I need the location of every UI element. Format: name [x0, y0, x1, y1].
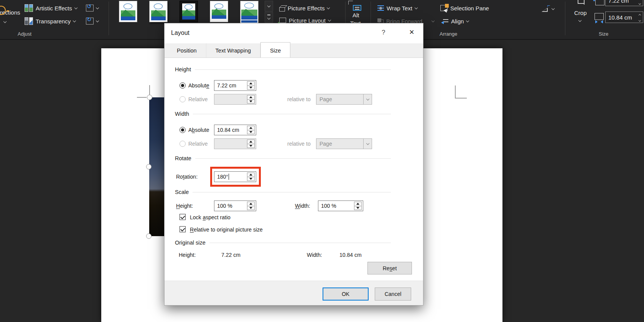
- reset-picture-size-button[interactable]: ↻: [86, 16, 99, 26]
- corrections-chevron-icon: [3, 20, 7, 23]
- align-icon: [442, 18, 448, 24]
- selection-pane-icon: [440, 5, 448, 11]
- picture-style-thumbnail-4[interactable]: [210, 1, 228, 22]
- original-size-row: Height: 7.22 cm Width: 10.84 cm: [165, 251, 423, 259]
- lock-aspect-label: Lock aspect ratio: [190, 214, 231, 220]
- close-button[interactable]: ×: [409, 27, 414, 37]
- artistic-effects-icon: [25, 4, 33, 12]
- scale-height-input[interactable]: 100 %: [214, 200, 256, 211]
- rotate-objects-button[interactable]: ⌐: [542, 4, 554, 14]
- picture-layout-label: Picture Layout: [289, 17, 326, 24]
- width-relative-input: [214, 138, 256, 149]
- ok-button[interactable]: OK: [323, 288, 369, 301]
- word-window: rections Artistic Effects Transparency ↺…: [0, 0, 644, 322]
- crop-button[interactable]: Crop: [571, 0, 591, 31]
- shape-height-input[interactable]: 7.22 cm: [605, 0, 643, 6]
- width-absolute-radio[interactable]: [180, 127, 186, 133]
- selection-pane-label: Selection Pane: [450, 5, 489, 12]
- chevron-down-icon: [552, 7, 555, 10]
- tab-text-wrapping[interactable]: Text Wrapping: [206, 43, 260, 58]
- spinner[interactable]: [354, 202, 362, 210]
- relative-original-row: Relative to original picture size: [165, 226, 423, 233]
- adjust-group-label: Adjust: [18, 31, 31, 37]
- chevron-down-icon: [96, 19, 99, 22]
- gallery-scroll-up-button[interactable]: [265, 1, 273, 12]
- shape-width-icon: [595, 13, 604, 20]
- crop-label: Crop: [574, 10, 587, 16]
- height-relative-label: Relative: [188, 96, 208, 102]
- width-section-header: Width: [175, 111, 391, 117]
- scale-width-input[interactable]: 100 %: [318, 200, 363, 211]
- spinner: [247, 95, 255, 104]
- reset-picture-button[interactable]: ↺: [86, 3, 99, 13]
- width-relative-radio[interactable]: [180, 141, 186, 147]
- gallery-more-button[interactable]: [265, 12, 273, 23]
- selection-pane-button[interactable]: Selection Pane: [440, 3, 489, 13]
- rotation-highlight-box: [210, 167, 261, 187]
- width-relative-to-dropdown: Page: [316, 138, 372, 149]
- group-separator: [109, 2, 109, 35]
- height-relative-radio[interactable]: [180, 96, 186, 102]
- width-relative-label: Relative: [188, 141, 208, 147]
- spinner[interactable]: [247, 126, 255, 134]
- picture-effects-label: Picture Effects: [288, 5, 324, 12]
- chevron-down-icon: [466, 19, 469, 22]
- transparency-label: Transparency: [36, 18, 71, 25]
- picture-style-thumbnail-3[interactable]: [180, 1, 198, 22]
- rotate-section-header: Rotate: [175, 155, 391, 161]
- shape-width-input[interactable]: 10.84 cm: [605, 12, 643, 23]
- picture-style-thumbnail-2[interactable]: [149, 1, 168, 22]
- help-button[interactable]: ?: [382, 29, 385, 36]
- reset-button[interactable]: Reset: [367, 262, 412, 274]
- chevron-down-icon: [267, 16, 270, 20]
- arrange-group-label: Arrange: [440, 31, 457, 37]
- artistic-effects-button[interactable]: Artistic Effects: [25, 3, 77, 13]
- align-label: Align: [451, 18, 464, 25]
- landscape-icon: [121, 3, 135, 20]
- scale-width-label: Width:: [295, 203, 310, 209]
- picture-style-thumbnail-1[interactable]: [119, 1, 137, 22]
- layout-dialog: Layout ? × Position Text Wrapping Size H…: [164, 23, 423, 306]
- dialog-title-bar: Layout ? ×: [165, 23, 423, 43]
- original-height-value: 7.22 cm: [221, 252, 240, 258]
- spinner[interactable]: [247, 81, 255, 90]
- resize-handle-middle-left[interactable]: [146, 164, 152, 169]
- spinner[interactable]: [637, 0, 642, 5]
- margin-mark-top-right-v: [455, 85, 456, 98]
- align-button[interactable]: Align: [442, 16, 469, 26]
- picture-effects-icon: [279, 7, 285, 12]
- height-absolute-radio[interactable]: [180, 82, 186, 89]
- original-height-label: Height:: [179, 252, 196, 258]
- tab-size[interactable]: Size: [260, 42, 290, 58]
- landscape-icon: [212, 3, 226, 19]
- spinner[interactable]: [637, 13, 642, 21]
- chevron-down-icon: [73, 19, 76, 22]
- lock-aspect-checkbox[interactable]: [180, 214, 186, 220]
- relative-original-label: Relative to original picture size: [190, 227, 263, 233]
- chevron-down-icon: [327, 6, 330, 9]
- cancel-button[interactable]: Cancel: [375, 288, 411, 301]
- spinner[interactable]: [247, 202, 255, 210]
- shape-height-value: 7.22 cm: [608, 0, 629, 4]
- tab-position[interactable]: Position: [168, 43, 206, 58]
- landscape-icon: [182, 3, 195, 20]
- landscape-icon: [151, 3, 166, 20]
- resize-handle-bottom-left[interactable]: [146, 233, 152, 239]
- resize-handle-top-left[interactable]: [147, 95, 152, 100]
- dialog-tabs: Position Text Wrapping Size: [165, 43, 423, 58]
- chevron-down-icon: [96, 6, 99, 9]
- picture-effects-button[interactable]: Picture Effects: [279, 3, 329, 13]
- height-absolute-input[interactable]: 7.22 cm: [214, 80, 256, 91]
- picture-style-thumbnail-5[interactable]: [240, 1, 259, 24]
- dropdown-arrow-icon: [363, 94, 372, 104]
- corrections-button[interactable]: rections: [0, 9, 20, 16]
- width-absolute-input[interactable]: 10.84 cm: [214, 125, 256, 135]
- artistic-effects-label: Artistic Effects: [36, 5, 72, 12]
- width-relative-row: Relative relative to Page: [165, 138, 423, 149]
- relative-original-checkbox[interactable]: [180, 226, 186, 232]
- wrap-text-button[interactable]: Wrap Text: [377, 3, 417, 13]
- chevron-down-icon: [74, 6, 77, 9]
- selected-picture[interactable]: [149, 97, 166, 236]
- transparency-button[interactable]: Transparency: [25, 16, 76, 26]
- alt-text-label-line1: Alt: [352, 12, 359, 18]
